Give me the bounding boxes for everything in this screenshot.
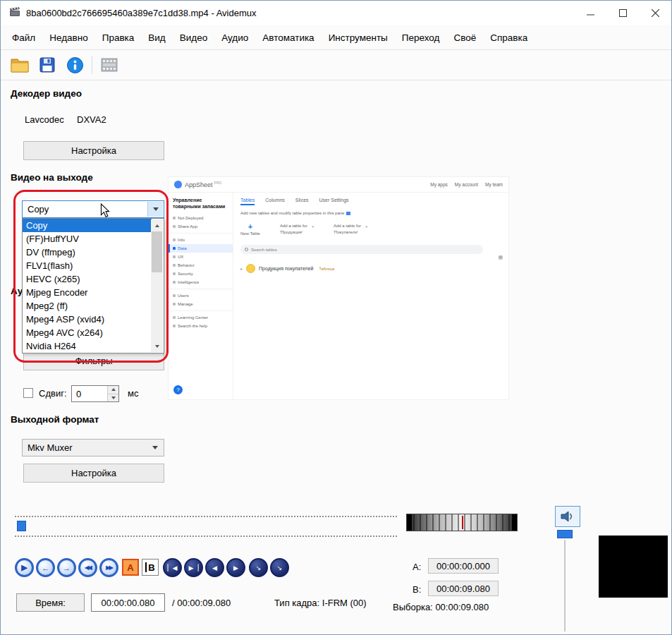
scroll-up-button[interactable] — [151, 219, 163, 231]
time-button[interactable]: Время: — [16, 593, 85, 612]
grid-view-icon: ▦ — [498, 255, 503, 260]
video-codec-option[interactable]: Nvidia H264 — [23, 339, 152, 353]
volume-slider-handle[interactable] — [557, 530, 573, 538]
preview-sidebar-item: Security — [169, 270, 233, 278]
last-frame-button[interactable]: ▶▕ — [184, 558, 203, 577]
menu-tools[interactable]: Инструменты — [322, 28, 395, 47]
spin-down-button[interactable] — [107, 394, 118, 402]
menu-automation[interactable]: Автоматика — [255, 28, 321, 47]
current-time-input[interactable] — [91, 593, 165, 612]
preview-sidebar-item: Manage — [169, 300, 233, 308]
first-frame-icon: ▏◀ — [168, 564, 178, 572]
chevron-down-icon — [153, 207, 159, 211]
information-button[interactable] — [64, 54, 85, 75]
expand-chevron-icon: ▸ — [240, 266, 243, 271]
appsheet-wordmark: AppSheet — [185, 181, 213, 188]
preview-divider — [169, 289, 233, 289]
decoder-configure-button[interactable]: Настройка — [23, 141, 164, 160]
save-file-button[interactable] — [37, 54, 58, 75]
combobox-arrow[interactable] — [147, 202, 163, 217]
video-codec-option[interactable]: Mpeg4 ASP (xvid4) — [23, 313, 152, 326]
video-codec-option[interactable]: Mpeg4 AVC (x264) — [23, 326, 152, 339]
preview-sidebar-item: Share App — [169, 222, 233, 231]
decoder-engine-label: Lavcodec — [25, 114, 64, 125]
preview-table-row: ▸ Продукция покупателей Таблица — [240, 264, 501, 273]
prev-frame-button[interactable]: ← — [36, 558, 55, 577]
close-icon — [652, 9, 659, 17]
dropdown-scrollbar[interactable] — [151, 219, 163, 352]
next-frame-button[interactable]: → — [57, 558, 76, 577]
prev-black-frame-button[interactable]: ◀ — [205, 558, 224, 577]
preview-sidebar-item: UX — [169, 253, 233, 261]
video-codec-option[interactable]: Copy — [23, 219, 152, 232]
video-codec-option[interactable]: Mjpeg Encoder — [23, 286, 152, 299]
close-button[interactable] — [639, 1, 671, 25]
video-codec-selected: Copy — [28, 204, 49, 214]
set-marker-b-button[interactable]: B — [142, 559, 159, 576]
volume-slider-track[interactable] — [564, 540, 566, 631]
menu-audio[interactable]: Аудио — [214, 28, 255, 47]
video-codec-option[interactable]: (FF)HuffYUV — [23, 232, 152, 246]
preview-main: Tables Columns Slices User Settings Add … — [233, 193, 508, 399]
maximize-button[interactable] — [606, 1, 639, 25]
menu-recent[interactable]: Недавно — [42, 28, 94, 47]
menu-go[interactable]: Переход — [395, 28, 447, 47]
menu-file[interactable]: Файл — [5, 28, 42, 47]
scroll-thumb[interactable] — [152, 231, 162, 272]
first-frame-button[interactable]: ▏◀ — [163, 558, 182, 577]
video-codec-option[interactable]: HEVC (x265) — [23, 272, 152, 286]
menu-video[interactable]: Видео — [173, 28, 214, 47]
scroll-down-button[interactable] — [151, 340, 163, 352]
goto-marker-a-button[interactable]: ↘ — [249, 558, 268, 577]
table-subtitle: Таблица — [319, 267, 335, 271]
timeline-handle[interactable] — [17, 521, 26, 531]
table-name: Продукция покупателей — [259, 266, 314, 271]
avidemux-window: 8ba0600bd2c766695460a389e7c1dd38.mp4 - A… — [0, 0, 672, 635]
caret-icon: ▾ — [312, 224, 314, 230]
timeline-slider[interactable] — [15, 514, 397, 539]
menu-edit[interactable]: Правка — [95, 28, 142, 47]
table-avatar-icon — [246, 264, 255, 273]
video-codec-option[interactable]: Mpeg2 (ff) — [23, 299, 152, 313]
video-codec-dropdown: Copy (FF)HuffYUV DV (ffmpeg) FLV1(flash)… — [22, 218, 164, 353]
menu-custom[interactable]: Своё — [446, 28, 483, 47]
set-marker-a-button[interactable]: A — [122, 559, 139, 576]
shift-checkbox[interactable] — [23, 388, 33, 398]
preview-tabs: Tables Columns Slices User Settings — [240, 198, 501, 205]
spin-up-button[interactable] — [107, 386, 118, 394]
menu-bar: Файл Недавно Правка Вид Видео Аудио Авто… — [1, 26, 534, 49]
combobox-arrow[interactable] — [147, 440, 163, 455]
volume-button[interactable] — [555, 506, 580, 527]
open-file-button[interactable] — [9, 54, 30, 75]
jog-shuttle-wheel[interactable] — [406, 514, 518, 531]
goto-marker-b-button[interactable]: ↘ — [270, 558, 289, 577]
minimize-icon — [587, 9, 594, 17]
marker-b-value: 00:00:09.080 — [428, 581, 499, 596]
frame-thumbnail — [599, 536, 668, 598]
maximize-icon — [619, 9, 627, 17]
play-button[interactable]: ▶ — [15, 558, 34, 577]
doc-icon — [346, 212, 350, 215]
video-codec-option[interactable]: DV (ffmpeg) — [23, 246, 152, 259]
filmstrip-button[interactable] — [99, 54, 120, 75]
marker-b-icon: B — [148, 562, 154, 573]
next-black-frame-button[interactable]: ▶ — [226, 558, 245, 577]
menu-view[interactable]: Вид — [141, 28, 172, 47]
video-codec-combobox[interactable]: Copy — [22, 200, 164, 218]
next-keyframe-button[interactable]: ▶▶ — [99, 558, 118, 577]
preview-search-field: Search tables — [240, 245, 483, 254]
frame-type-info: Тип кадра: I-FRM (00) — [274, 598, 367, 608]
prev-keyframe-button[interactable]: ◀◀ — [78, 558, 97, 577]
selection-label: Выборка: — [393, 602, 433, 612]
muxer-configure-button[interactable]: Настройка — [23, 464, 164, 483]
preview-cards: + New Table Add a table for 'Продукция' … — [240, 223, 501, 236]
new-table-card: + New Table — [240, 223, 260, 236]
save-disk-icon — [39, 56, 56, 73]
muxer-combobox[interactable]: Mkv Muxer — [22, 439, 164, 456]
preview-sidebar: Управление товарными запасами Not Deploy… — [169, 193, 233, 399]
audio-filters-button[interactable]: Фильтры — [23, 351, 164, 370]
video-codec-option[interactable]: FLV1(flash) — [23, 259, 152, 272]
preview-sidebar-item: Intelligence — [169, 278, 233, 286]
menu-help[interactable]: Справка — [483, 28, 534, 47]
minimize-button[interactable] — [574, 1, 606, 25]
